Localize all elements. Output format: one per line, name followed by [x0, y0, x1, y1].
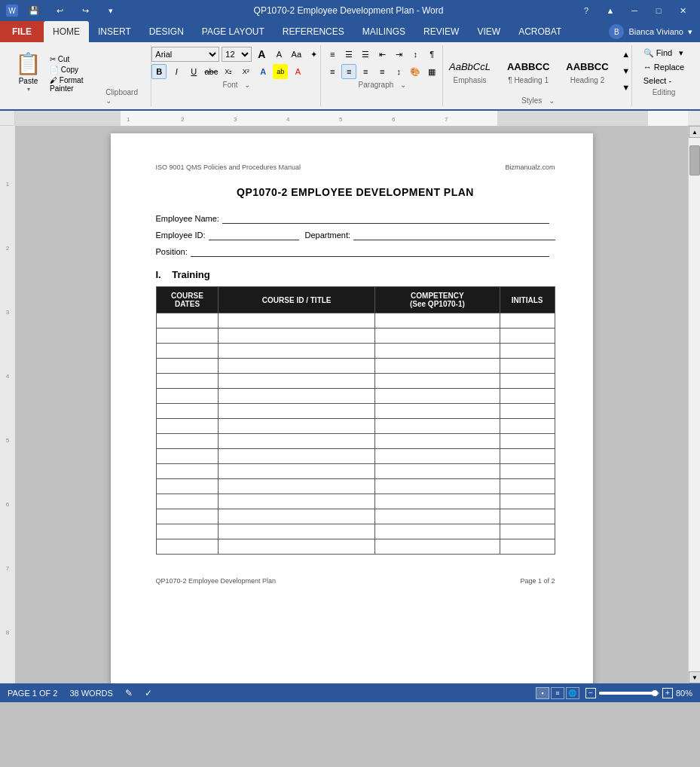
- tab-file[interactable]: FILE: [0, 21, 44, 42]
- tab-view[interactable]: VIEW: [468, 21, 509, 42]
- table-cell[interactable]: [219, 374, 374, 389]
- tab-mailings[interactable]: MAILINGS: [353, 21, 414, 42]
- tab-review[interactable]: REVIEW: [414, 21, 468, 42]
- bullets-btn[interactable]: ≡: [325, 47, 340, 62]
- print-layout-btn[interactable]: ▪: [536, 687, 549, 699]
- table-cell[interactable]: [156, 359, 219, 374]
- table-cell[interactable]: [156, 449, 219, 464]
- bold-btn[interactable]: B: [151, 64, 167, 79]
- font-size-select[interactable]: 12: [222, 47, 252, 62]
- change-case-btn[interactable]: Aa: [289, 47, 304, 62]
- decrease-indent-btn[interactable]: ⇤: [374, 47, 390, 62]
- select-button[interactable]: Select -: [639, 75, 689, 87]
- save-quick-btn[interactable]: 💾: [23, 3, 45, 18]
- text-effect-btn[interactable]: A: [255, 64, 271, 79]
- numbering-btn[interactable]: ☰: [341, 47, 356, 62]
- table-cell[interactable]: [219, 419, 374, 434]
- table-cell[interactable]: [156, 374, 219, 389]
- tab-home[interactable]: HOME: [44, 21, 89, 42]
- table-cell[interactable]: [156, 404, 219, 419]
- paste-button[interactable]: 📋 Paste ▾: [11, 48, 46, 96]
- table-row[interactable]: [156, 374, 555, 389]
- table-cell[interactable]: [500, 524, 555, 539]
- table-cell[interactable]: [156, 524, 219, 539]
- style-heading2[interactable]: AABBCC Heading 2: [559, 55, 615, 87]
- table-cell[interactable]: [500, 479, 555, 494]
- table-cell[interactable]: [156, 344, 219, 359]
- line-spacing-btn[interactable]: ↕: [391, 64, 406, 79]
- undo-quick-btn[interactable]: ↩: [48, 3, 71, 18]
- clear-format-btn[interactable]: ✦: [306, 47, 321, 62]
- table-cell[interactable]: [219, 464, 374, 479]
- table-cell[interactable]: [219, 313, 374, 328]
- table-cell[interactable]: [219, 389, 374, 404]
- align-left-btn[interactable]: ≡: [325, 64, 340, 79]
- style-emphasis[interactable]: AaBbCcL Emphasis: [442, 55, 497, 87]
- table-cell[interactable]: [374, 539, 500, 555]
- web-layout-btn[interactable]: 🌐: [566, 687, 579, 699]
- table-cell[interactable]: [500, 509, 555, 524]
- redo-quick-btn[interactable]: ↪: [74, 3, 96, 18]
- table-row[interactable]: [156, 313, 555, 328]
- table-cell[interactable]: [374, 464, 500, 479]
- table-cell[interactable]: [156, 479, 219, 494]
- styles-scroll-down[interactable]: ▼: [619, 63, 634, 78]
- table-cell[interactable]: [374, 328, 500, 344]
- table-cell[interactable]: [156, 494, 219, 509]
- table-cell[interactable]: [156, 464, 219, 479]
- strikethrough-btn[interactable]: abc: [203, 64, 219, 79]
- table-cell[interactable]: [374, 359, 500, 374]
- position-line[interactable]: [191, 246, 549, 257]
- table-cell[interactable]: [219, 434, 374, 449]
- tab-references[interactable]: REFERENCES: [274, 21, 353, 42]
- table-cell[interactable]: [374, 494, 500, 509]
- table-cell[interactable]: [500, 494, 555, 509]
- table-cell[interactable]: [374, 479, 500, 494]
- table-cell[interactable]: [156, 509, 219, 524]
- scroll-down-btn[interactable]: ▼: [689, 671, 700, 683]
- table-cell[interactable]: [500, 404, 555, 419]
- table-cell[interactable]: [500, 449, 555, 464]
- table-cell[interactable]: [156, 419, 219, 434]
- department-line[interactable]: [353, 230, 555, 240]
- scroll-up-btn[interactable]: ▲: [689, 126, 700, 138]
- italic-btn[interactable]: I: [169, 64, 184, 79]
- table-cell[interactable]: [219, 479, 374, 494]
- tab-acrobat[interactable]: ACROBAT: [509, 21, 570, 42]
- table-cell[interactable]: [500, 313, 555, 328]
- table-cell[interactable]: [219, 539, 374, 555]
- table-cell[interactable]: [500, 389, 555, 404]
- table-cell[interactable]: [374, 434, 500, 449]
- table-row[interactable]: [156, 389, 555, 404]
- table-cell[interactable]: [156, 539, 219, 555]
- cut-button[interactable]: ✂ Cut: [47, 54, 105, 64]
- ribbon-collapse-btn[interactable]: ▲: [599, 3, 622, 18]
- maximize-btn[interactable]: □: [647, 3, 670, 18]
- styles-more[interactable]: ▼: [619, 80, 634, 95]
- minimize-btn[interactable]: ─: [623, 3, 646, 18]
- scroll-thumb[interactable]: [689, 145, 700, 176]
- table-cell[interactable]: [500, 328, 555, 344]
- font-color-btn[interactable]: A: [290, 64, 305, 79]
- align-center-btn[interactable]: ≡: [341, 64, 356, 79]
- table-cell[interactable]: [374, 449, 500, 464]
- close-btn[interactable]: ✕: [671, 3, 694, 18]
- grow-font-btn[interactable]: A: [254, 47, 269, 62]
- scroll-track[interactable]: [689, 138, 700, 671]
- table-cell[interactable]: [219, 328, 374, 344]
- table-cell[interactable]: [500, 419, 555, 434]
- align-right-btn[interactable]: ≡: [358, 64, 373, 79]
- style-heading1[interactable]: AABBCC ¶ Heading 1: [500, 55, 556, 87]
- table-row[interactable]: [156, 494, 555, 509]
- table-row[interactable]: [156, 524, 555, 539]
- table-cell[interactable]: [156, 313, 219, 328]
- user-dropdown[interactable]: ▾: [688, 27, 692, 37]
- justify-btn[interactable]: ≡: [374, 64, 390, 79]
- table-cell[interactable]: [500, 434, 555, 449]
- employee-id-line[interactable]: [209, 230, 299, 240]
- table-cell[interactable]: [374, 374, 500, 389]
- replace-button[interactable]: ↔ Replace: [639, 61, 689, 73]
- subscript-btn[interactable]: X₂: [221, 64, 236, 79]
- table-cell[interactable]: [374, 524, 500, 539]
- table-cell[interactable]: [374, 419, 500, 434]
